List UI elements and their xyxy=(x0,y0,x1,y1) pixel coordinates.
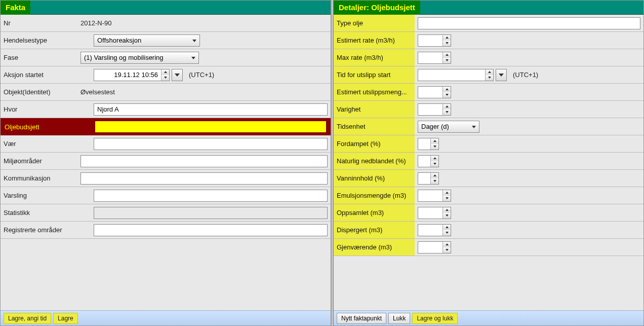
select-fase[interactable]: (1) Varsling og mobilisering xyxy=(80,52,199,64)
label-type-olje: Type olje xyxy=(334,15,415,31)
input-max-rate[interactable] xyxy=(418,52,442,63)
max-rate-spin-down[interactable] xyxy=(443,58,451,63)
gjenvaerende-spin-up[interactable] xyxy=(443,242,451,247)
row-emulsjon: Emulsjonsmengde (m3) xyxy=(334,187,643,204)
aksjon-startet-dropdown[interactable] xyxy=(172,69,183,81)
max-rate-spin-up[interactable] xyxy=(443,52,451,58)
estimert-mengde-spin-up[interactable] xyxy=(443,87,451,92)
detaljer-body: Type olje Estimert rate (m3/h) Max rate … xyxy=(334,15,643,310)
input-vaer[interactable] xyxy=(94,138,328,150)
select-hendelsestype[interactable]: Offshoreaksjon xyxy=(94,34,200,47)
row-fordampet: Fordampet (%) xyxy=(334,135,643,153)
aksjon-startet-spin-up[interactable] xyxy=(162,69,169,75)
label-naturlig: Naturlig nedblandet (%) xyxy=(334,153,415,169)
input-emulsjon[interactable] xyxy=(418,190,442,201)
row-kommunikasjon: Kommunikasjon xyxy=(1,170,331,187)
gjenvaerende-spin-down[interactable] xyxy=(443,247,451,253)
input-vanninnhold[interactable] xyxy=(418,173,430,184)
row-estimert-rate: Estimert rate (m3/h) xyxy=(334,32,643,49)
fakta-title: Fakta xyxy=(1,1,30,15)
row-max-rate: Max rate (m3/h) xyxy=(334,49,643,66)
emulsjon-spin-up[interactable] xyxy=(443,190,451,196)
input-tid-utslipp[interactable] xyxy=(418,69,485,81)
label-fordampet: Fordampet (%) xyxy=(334,135,415,152)
lukk-button[interactable]: Lukk xyxy=(388,313,410,324)
spinner-vanninnhold xyxy=(418,172,439,185)
estimert-mengde-spin-down[interactable] xyxy=(443,92,451,98)
spinner-emulsjon xyxy=(418,190,451,202)
datetime-tid-utslipp xyxy=(418,69,507,81)
input-oljebudsjett[interactable] xyxy=(95,121,327,133)
lagre-button[interactable]: Lagre xyxy=(53,313,78,324)
tid-utslipp-spin-down[interactable] xyxy=(486,75,493,81)
detaljer-title: Detaljer: Oljebudsjett xyxy=(334,1,420,15)
spinner-varighet xyxy=(418,103,451,116)
spinner-max-rate xyxy=(418,52,451,64)
input-gjenvaerende[interactable] xyxy=(418,242,442,253)
fakta-header: Fakta xyxy=(1,1,331,15)
aksjon-startet-spin-down[interactable] xyxy=(162,75,169,81)
tid-utslipp-spin-up[interactable] xyxy=(486,69,493,75)
input-miljoomrader[interactable] xyxy=(80,155,328,167)
input-varighet[interactable] xyxy=(418,104,442,115)
tz-tid-utslipp: (UTC+1) xyxy=(513,71,538,79)
label-vaer: Vær xyxy=(1,135,91,152)
lagre-angi-tid-button[interactable]: Lagre, angi tid xyxy=(4,313,51,324)
spinner-oppsamlet xyxy=(418,207,451,219)
tid-utslipp-dropdown[interactable] xyxy=(496,69,507,81)
input-naturlig[interactable] xyxy=(418,156,430,167)
estimert-rate-spin-up[interactable] xyxy=(443,35,451,41)
spinner-estimert-mengde xyxy=(418,86,451,98)
vanninnhold-spin-up[interactable] xyxy=(431,173,438,178)
select-tidsenhet[interactable]: Dager (d) xyxy=(418,121,479,133)
input-hvor[interactable] xyxy=(94,103,328,116)
dispergert-spin-up[interactable] xyxy=(443,225,451,230)
input-type-olje[interactable] xyxy=(418,17,640,29)
input-oppsamlet[interactable] xyxy=(418,207,442,219)
row-tid-utslipp: Tid for utslipp start (UTC+1) xyxy=(334,66,643,84)
label-gjenvaerende: Gjenværende (m3) xyxy=(334,239,415,256)
dispergert-spin-down[interactable] xyxy=(443,230,451,236)
input-registrerte[interactable] xyxy=(94,224,328,236)
fordampet-spin-up[interactable] xyxy=(431,138,438,144)
input-varsling[interactable] xyxy=(94,190,328,202)
row-naturlig: Naturlig nedblandet (%) xyxy=(334,153,643,170)
input-aksjon-startet[interactable] xyxy=(94,69,161,81)
varighet-spin-up[interactable] xyxy=(443,104,451,110)
input-fordampet[interactable] xyxy=(418,138,430,150)
input-dispergert[interactable] xyxy=(418,225,442,236)
varighet-spin-down[interactable] xyxy=(443,110,451,115)
lagre-og-lukk-button[interactable]: Lagre og lukk xyxy=(412,313,458,324)
oppsamlet-spin-down[interactable] xyxy=(443,213,451,219)
fordampet-spin-down[interactable] xyxy=(431,144,438,150)
naturlig-spin-up[interactable] xyxy=(431,156,438,161)
input-kommunikasjon[interactable] xyxy=(80,172,328,185)
input-statistikk[interactable] xyxy=(94,207,328,219)
row-hvor: Hvor xyxy=(1,101,331,118)
oppsamlet-spin-up[interactable] xyxy=(443,207,451,213)
row-statistikk: Statistikk xyxy=(1,204,331,222)
emulsjon-spin-down[interactable] xyxy=(443,196,451,201)
datetime-aksjon-startet xyxy=(94,69,183,81)
label-objekt: Objekt(Identitet) xyxy=(1,84,77,100)
select-hendelsestype-value: Offshoreaksjon xyxy=(97,37,141,44)
nytt-faktapunkt-button[interactable]: Nytt faktapunkt xyxy=(337,313,386,324)
estimert-rate-spin-down[interactable] xyxy=(443,41,451,46)
label-tidsenhet: Tidsenhet xyxy=(334,118,415,135)
vanninnhold-spin-down[interactable] xyxy=(431,178,438,184)
row-varsling: Varsling xyxy=(1,187,331,204)
label-kommunikasjon: Kommunikasjon xyxy=(1,170,77,187)
label-varsling: Varsling xyxy=(1,187,91,204)
row-oljebudsjett[interactable]: Oljebudsjett xyxy=(1,118,331,135)
tz-aksjon-startet: (UTC+1) xyxy=(189,71,214,79)
naturlig-spin-down[interactable] xyxy=(431,161,438,167)
row-aksjon-startet: Aksjon startet (UTC+1) xyxy=(1,66,331,84)
row-tidsenhet: Tidsenhet Dager (d) xyxy=(334,118,643,135)
label-fase: Fase xyxy=(1,49,77,66)
fakta-panel: Fakta Nr 2012-N-90 Hendelsestype Offshor… xyxy=(0,0,331,326)
label-estimert-mengde: Estimert utslippsmeng... xyxy=(334,84,415,100)
input-estimert-mengde[interactable] xyxy=(418,87,442,98)
row-registrerte: Registrerte områder xyxy=(1,222,331,239)
input-estimert-rate[interactable] xyxy=(418,35,442,46)
row-objekt: Objekt(Identitet) Øvelsestest xyxy=(1,84,331,101)
